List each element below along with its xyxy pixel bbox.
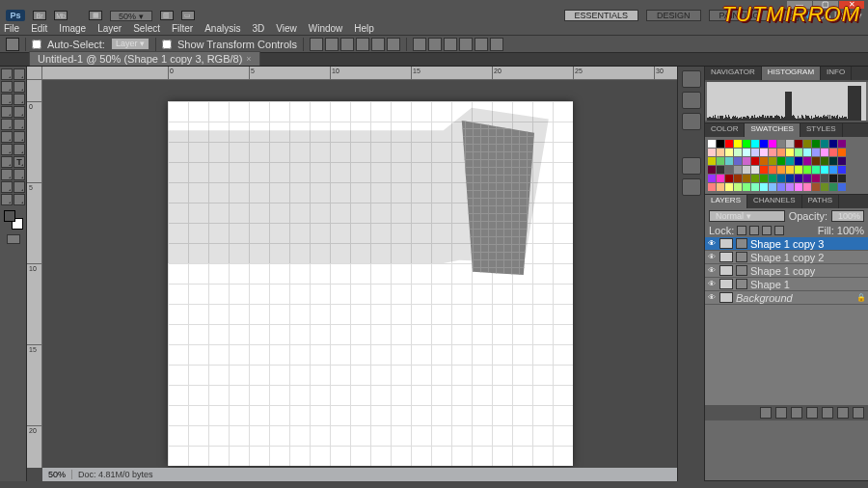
- swatch[interactable]: [751, 140, 759, 148]
- swatch[interactable]: [769, 175, 776, 182]
- swatch[interactable]: [829, 175, 837, 182]
- layer-name[interactable]: Shape 1 copy 2: [750, 252, 866, 263]
- swatch[interactable]: [786, 149, 794, 156]
- swatch[interactable]: [725, 183, 733, 191]
- swatch[interactable]: [760, 175, 768, 182]
- swatch[interactable]: [725, 149, 733, 156]
- swatch[interactable]: [751, 175, 759, 182]
- swatch[interactable]: [769, 149, 776, 156]
- hand-tool[interactable]: [1, 194, 13, 205]
- lock-position-icon[interactable]: [762, 226, 772, 235]
- swatch[interactable]: [760, 183, 768, 191]
- align-top-icon[interactable]: [310, 38, 323, 51]
- swatch[interactable]: [717, 183, 724, 191]
- swatch[interactable]: [803, 140, 811, 148]
- swatch[interactable]: [725, 166, 733, 174]
- swatch[interactable]: [777, 157, 785, 165]
- swatch[interactable]: [812, 166, 820, 174]
- tab-navigator[interactable]: NAVIGATOR: [705, 67, 762, 80]
- swatch[interactable]: [821, 175, 828, 182]
- swatch[interactable]: [708, 175, 716, 182]
- vector-mask-thumb[interactable]: [736, 252, 747, 262]
- document-viewport[interactable]: [42, 80, 677, 468]
- align-vcenter-icon[interactable]: [325, 38, 339, 51]
- swatch[interactable]: [717, 149, 724, 156]
- distribute-hcenter-icon[interactable]: [475, 38, 488, 51]
- auto-select-checkbox[interactable]: [32, 40, 41, 49]
- menu-analysis[interactable]: Analysis: [204, 23, 240, 34]
- vector-mask-thumb[interactable]: [736, 238, 747, 249]
- swatch[interactable]: [708, 149, 716, 156]
- document-tab-close-icon[interactable]: ×: [246, 54, 251, 64]
- menu-edit[interactable]: Edit: [31, 23, 47, 34]
- crop-tool[interactable]: [1, 94, 13, 105]
- layer-thumb[interactable]: [719, 279, 733, 289]
- swatch[interactable]: [821, 149, 828, 156]
- status-zoom[interactable]: 50%: [42, 470, 72, 479]
- swatch[interactable]: [795, 183, 802, 191]
- move-tool[interactable]: [1, 68, 13, 80]
- layer-name[interactable]: Shape 1 copy: [750, 265, 866, 277]
- lock-pixels-icon[interactable]: [749, 226, 759, 235]
- swatch[interactable]: [751, 149, 759, 156]
- lasso-tool[interactable]: [1, 81, 13, 93]
- layer-fx-icon[interactable]: [775, 407, 787, 419]
- distribute-vcenter-icon[interactable]: [428, 38, 442, 51]
- visibility-toggle-icon[interactable]: 👁: [707, 280, 717, 289]
- swatch[interactable]: [795, 166, 802, 174]
- visibility-toggle-icon[interactable]: 👁: [707, 266, 717, 276]
- tab-histogram[interactable]: HISTOGRAM: [762, 67, 821, 80]
- layer-thumb[interactable]: [719, 252, 733, 262]
- 3d-camera-tool[interactable]: [14, 181, 25, 193]
- quick-mask-toggle[interactable]: [7, 234, 20, 244]
- tab-swatches[interactable]: SWATCHES: [745, 123, 800, 137]
- fill-input[interactable]: 100%: [837, 225, 864, 236]
- menu-filter[interactable]: Filter: [172, 23, 193, 34]
- swatch[interactable]: [803, 149, 811, 156]
- stamp-tool[interactable]: [1, 119, 13, 130]
- path-select-tool[interactable]: [1, 169, 13, 180]
- app-zoom-select[interactable]: 50% ▾: [110, 11, 152, 21]
- swatch[interactable]: [803, 157, 811, 165]
- layer-thumb[interactable]: [719, 265, 733, 276]
- swatch[interactable]: [760, 166, 768, 174]
- swatch[interactable]: [838, 183, 846, 191]
- swatch[interactable]: [829, 157, 837, 165]
- swatch[interactable]: [743, 166, 750, 174]
- dodge-tool[interactable]: [14, 144, 25, 155]
- swatch[interactable]: [812, 183, 820, 191]
- swatch[interactable]: [751, 166, 759, 174]
- mini-bridge-icon[interactable]: Mb: [54, 11, 68, 20]
- document-canvas[interactable]: [168, 101, 573, 466]
- align-hcenter-icon[interactable]: [371, 38, 385, 51]
- menu-view[interactable]: View: [276, 23, 297, 34]
- swatch[interactable]: [760, 140, 768, 148]
- link-layers-icon[interactable]: [760, 407, 772, 419]
- swatch[interactable]: [725, 157, 733, 165]
- layer-group-icon[interactable]: [822, 407, 833, 419]
- layer-row[interactable]: 👁Shape 1: [705, 278, 868, 291]
- ruler-origin[interactable]: [27, 67, 42, 80]
- view-extras-icon[interactable]: ▦: [89, 11, 102, 20]
- swatch[interactable]: [725, 175, 733, 182]
- auto-select-dropdown[interactable]: Layer ▾: [111, 38, 149, 50]
- swatch[interactable]: [743, 157, 750, 165]
- menu-window[interactable]: Window: [309, 23, 343, 34]
- distribute-bottom-icon[interactable]: [444, 38, 457, 51]
- swatch[interactable]: [769, 157, 776, 165]
- swatch[interactable]: [838, 166, 846, 174]
- layer-row[interactable]: 👁Shape 1 copy 3: [705, 237, 868, 251]
- swatch[interactable]: [760, 149, 768, 156]
- layer-name[interactable]: Shape 1 copy 3: [750, 238, 866, 250]
- swatch[interactable]: [760, 157, 768, 165]
- workspace-essentials-button[interactable]: ESSENTIALS: [564, 10, 639, 21]
- menu-select[interactable]: Select: [133, 23, 160, 34]
- swatch[interactable]: [743, 183, 750, 191]
- swatch[interactable]: [821, 140, 828, 148]
- swatch[interactable]: [708, 166, 716, 174]
- vertical-ruler[interactable]: 0510152025: [27, 80, 42, 468]
- bridge-icon[interactable]: Br: [33, 11, 46, 20]
- paragraph-panel-icon[interactable]: [682, 178, 701, 196]
- swatch[interactable]: [821, 166, 828, 174]
- swatch[interactable]: [777, 175, 785, 182]
